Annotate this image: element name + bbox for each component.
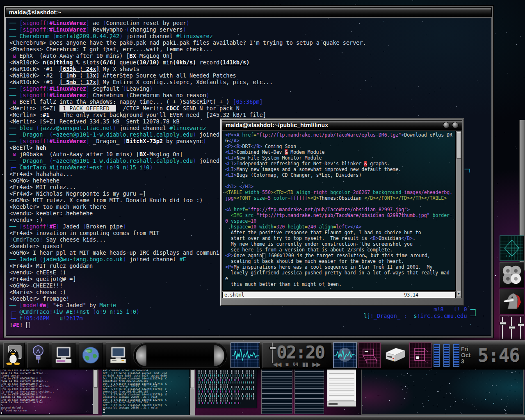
background-terminal-content [362,369,523,414]
small-terminal-window[interactable] [261,368,292,414]
scrollbar-thumb[interactable] [94,370,98,388]
wireframe-diamond-icon [502,238,522,258]
clock-module: 5:46 [477,342,520,368]
cd-changer-module[interactable] [500,262,524,288]
game-launcher-module[interactable] [500,289,524,314]
clock-time: 5:46 [478,345,520,366]
date-day: 3 [461,358,464,365]
syslog-terminal-window[interactable]: ket command error: error=0x54Oct 3 17:34… [102,368,195,415]
pager-left-cap [136,345,146,366]
cd-player-module[interactable]: 02:20 ◀◀ ■ 04 ▮▮ ▶▶ [262,342,331,368]
modem-device-module[interactable] [409,342,431,368]
editor-file-name: e.shtml [224,292,244,298]
knight-helmet-icon [501,291,523,312]
debug-terminal-output: I'm in CTXT NEWCURSOR!!! 1mask is the cu… [1,369,92,413]
computer-monitor-icon [109,346,128,364]
editor-window-title: malda@slashdot:~/public_html/linux [226,122,328,128]
close-button[interactable] [452,122,459,128]
earth-globe-icon [82,346,100,364]
cd-track-number: 04 [293,362,298,367]
net-device-module[interactable] [358,342,381,368]
small-terminal-window[interactable] [294,368,324,414]
scrollbar-thumb[interactable] [457,132,461,159]
cd-pause-button[interactable]: ▮▮ [302,361,308,368]
light-bulb-icon [31,345,46,366]
scrollbar-down-arrow[interactable]: ▼ [457,291,461,297]
date-module: Fri Oct 3 [461,342,477,368]
editor-window[interactable]: malda@slashdot:~/public_html/linux <P><A… [220,118,464,306]
disk-mount-module[interactable] [382,342,408,368]
irc-window-title: malda@slashdot:~ [9,9,62,16]
date-weekday: Fri [461,346,468,352]
wireframe-device-icon [411,345,430,365]
debug-terminal-scrollbar[interactable] [93,369,98,414]
wharf-taskbar: 02:20 ◀◀ ■ 04 ▮▮ ▶▶ [0,340,525,370]
minimized-irc-window[interactable] [196,368,257,408]
cd-next-button[interactable]: ▶▶ [313,361,321,368]
debug-terminal-window[interactable]: I'm in CTXT NEWCURSOR!!! 1mask is the cu… [0,368,98,414]
load-meter-module[interactable] [433,342,459,368]
disk-drive-icon [383,346,407,364]
tux-penguin-icon [5,345,23,365]
date-month: Oct [461,352,470,358]
irc-lag-meter: m!8 l! 0 ─┐ [434,306,477,313]
irc-server-status: lj!_Dragon_ : s!irc.cs.cmu.edu ─┘ [364,313,477,319]
wireframe-device-icon [360,345,379,365]
iconify-button[interactable] [443,122,450,128]
ideas-launcher-button[interactable] [27,342,49,368]
cd-volume-slider[interactable] [269,342,275,363]
syslog-terminal-output: ket command error: error=0x54Oct 3 17:34… [103,369,189,415]
editor-buffer: <P><A href="ftp://ftp.mandrake.net/pub/T… [223,131,455,288]
audio-scope-module[interactable] [231,342,260,368]
editor-window-titlebar[interactable]: malda@slashdot:~/public_html/linux [222,120,462,130]
computer-monitor-icon [54,346,73,364]
mixer-slider[interactable] [500,317,506,339]
scope-moon-icon [334,345,356,365]
mixer-module[interactable] [500,315,524,341]
editor-content[interactable]: <P><A href="ftp://ftp.mandrake.net/pub/T… [222,130,456,291]
sound-monitor-module[interactable] [333,342,357,368]
editor-scrollbar[interactable]: ▼ [456,130,462,298]
editor-cursor-position: 93,14 [404,292,418,298]
pager-right-cap [214,345,224,366]
mixer-slider[interactable] [509,317,515,339]
syslog-terminal-scrollbar[interactable] [189,369,195,415]
irc-status-corner-mark: ─┐ [465,166,471,172]
meter-bar-icon [453,344,459,367]
mixer-slider[interactable] [518,317,524,339]
waveform-icon [232,345,259,365]
cd-stop-button[interactable]: ■ [285,361,289,368]
meter-bar-icon [434,344,440,367]
cd-stack-icon [501,264,523,285]
meter-bar-icon [443,344,450,367]
window-frame-bottom-edge[interactable] [0,415,525,420]
monitor-graph-module[interactable] [500,235,524,261]
editor-status-bar: e.shtml 93,14 [222,292,456,298]
irc-window-titlebar[interactable]: malda@slashdot:~ [5,7,492,17]
background-terminal-window[interactable] [361,368,524,415]
document-text-lines [329,371,354,401]
pager-module[interactable] [133,342,227,368]
cd-time-display: 02:20 [277,345,324,361]
scrollbar-thumb[interactable] [190,370,194,388]
small-document-window[interactable] [327,368,356,407]
tux-launcher-button[interactable] [3,342,25,368]
document-scrollbar[interactable] [329,403,338,405]
web-launcher-button[interactable] [79,342,103,368]
workstation-launcher-button[interactable] [106,342,130,368]
terminal-launcher-button[interactable] [52,342,75,368]
